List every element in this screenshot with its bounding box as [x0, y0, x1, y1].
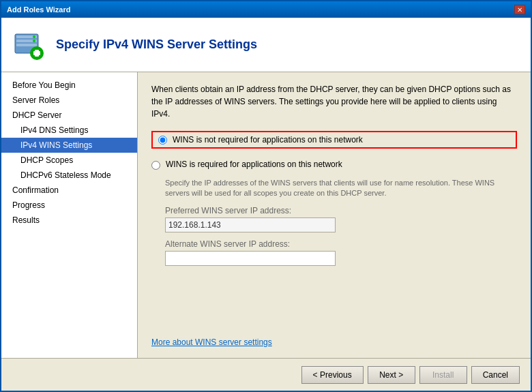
alternate-wins-input[interactable] [165, 251, 336, 266]
close-button[interactable]: ✕ [514, 5, 525, 14]
sidebar-item-dhcpv6-stateless-mode[interactable]: DHCPv6 Stateless Mode [1, 168, 137, 183]
wizard-header: Specify IPv4 WINS Server Settings [1, 18, 531, 72]
page-title: Specify IPv4 WINS Server Settings [56, 37, 257, 52]
content-area: When clients obtain an IP address from t… [138, 72, 531, 358]
sidebar-item-dhcp-server[interactable]: DHCP Server [1, 108, 137, 123]
svg-point-4 [33, 35, 35, 38]
radio-option-2-description: Specify the IP addresses of the WINS ser… [165, 178, 517, 199]
window-title: Add Roles Wizard [7, 5, 70, 14]
alternate-wins-field: Alternate WINS server IP address: [165, 239, 517, 266]
title-bar: Add Roles Wizard ✕ [1, 1, 531, 18]
svg-rect-8 [33, 51, 40, 55]
preferred-wins-field: Preferred WINS server IP address: [165, 206, 517, 232]
radio-option-1-label[interactable]: WINS is not required for applications on… [173, 135, 363, 145]
previous-button[interactable]: < Previous [301, 366, 364, 384]
svg-point-5 [33, 40, 35, 42]
main-content: Before You BeginServer RolesDHCP ServerI… [1, 72, 531, 358]
svg-rect-3 [16, 44, 37, 46]
sidebar-item-confirmation[interactable]: Confirmation [1, 183, 137, 198]
sidebar-item-results[interactable]: Results [1, 213, 137, 228]
footer: < Previous Next > Install Cancel [1, 358, 531, 391]
radio-wins-not-required[interactable] [158, 136, 167, 145]
radio-option-2-container: WINS is required for applications on thi… [151, 160, 517, 170]
sidebar-item-dhcp-scopes[interactable]: DHCP Scopes [1, 153, 137, 168]
sidebar-item-server-roles[interactable]: Server Roles [1, 93, 137, 108]
radio-option-1-container: WINS is not required for applications on… [151, 131, 517, 149]
description-text: When clients obtain an IP address from t… [151, 83, 517, 120]
sidebar-item-before-you-begin[interactable]: Before You Begin [1, 78, 137, 93]
more-info-link[interactable]: More about WINS server settings [151, 324, 517, 347]
radio-wins-required[interactable] [151, 161, 160, 170]
preferred-wins-input[interactable] [165, 217, 336, 232]
preferred-wins-label: Preferred WINS server IP address: [165, 206, 517, 215]
sidebar-item-progress[interactable]: Progress [1, 198, 137, 213]
sidebar: Before You BeginServer RolesDHCP ServerI… [1, 72, 138, 358]
radio-option-2-section: WINS is required for applications on thi… [151, 160, 517, 273]
install-button[interactable]: Install [419, 366, 467, 384]
sidebar-item-ipv4-dns-settings[interactable]: IPv4 DNS Settings [1, 123, 137, 138]
sidebar-item-ipv4-wins-settings[interactable]: IPv4 WINS Settings [1, 138, 137, 153]
radio-option-2-label[interactable]: WINS is required for applications on thi… [166, 160, 342, 169]
header-icon [12, 29, 45, 61]
wizard-window: Add Roles Wizard ✕ Specify IPv4 WINS Ser… [0, 0, 532, 392]
next-button[interactable]: Next > [368, 366, 415, 384]
cancel-button[interactable]: Cancel [471, 366, 520, 384]
alternate-wins-label: Alternate WINS server IP address: [165, 239, 517, 249]
